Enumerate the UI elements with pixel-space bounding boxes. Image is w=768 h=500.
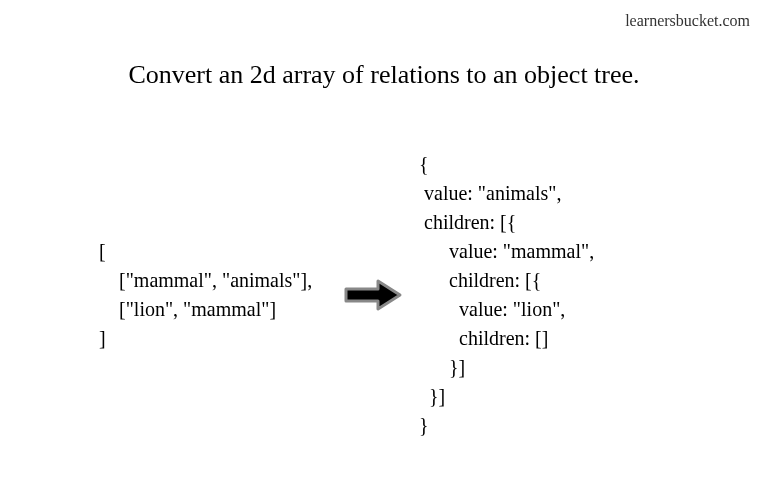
output-code-block: { value: "animals", children: [{ value: … — [419, 150, 699, 440]
input-code-block: [ ["mammal", "animals"], ["lion", "mamma… — [69, 237, 329, 353]
arrow-right-icon — [342, 275, 406, 315]
diagram-content: [ ["mammal", "animals"], ["lion", "mamma… — [0, 150, 768, 440]
watermark-text: learnersbucket.com — [625, 12, 750, 30]
arrow-container — [329, 275, 419, 315]
page-title: Convert an 2d array of relations to an o… — [0, 60, 768, 90]
